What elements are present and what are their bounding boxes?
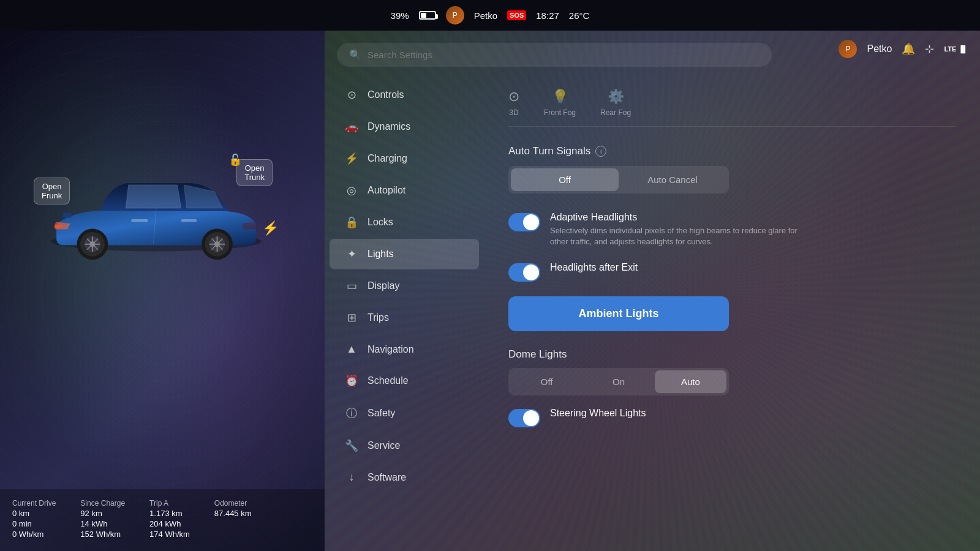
svg-rect-18 [131,219,148,222]
stat-odometer: Odometer 87.445 km [214,499,252,539]
sidebar-item-software[interactable]: ↓ Software [330,462,479,492]
headlights-after-exit-row: Headlights after Exit [508,262,956,282]
search-area: 🔍 [337,43,772,67]
dome-auto[interactable]: Auto [655,370,726,393]
search-icon: 🔍 [349,49,361,61]
autopilot-icon: ◎ [344,184,359,197]
dome-on[interactable]: On [582,370,654,393]
lights-content: ⊙ 3D 💡 Front Fog ⚙️ Rear Fog Auto Turn S… [484,73,980,551]
sidebar-item-display[interactable]: ▭ Display [330,271,479,301]
header-username: Petko [867,43,892,54]
dynamics-icon: 🚗 [344,120,359,133]
sidebar-item-locks[interactable]: 🔒 Locks [330,207,479,238]
navigation-icon: ▲ [344,343,359,356]
lte-signal: LTE ▐▌ [944,45,968,53]
status-avatar: P [446,6,464,24]
right-panel: 🔍 P Petko 🔔 ⊹ LTE ▐▌ ⊙ Controls 🚗 Dynami… [325,31,980,551]
lights-icon: ✦ [344,247,359,261]
3d-icon-item[interactable]: ⊙ 3D [508,89,519,117]
svg-rect-19 [181,219,197,222]
car-display: Open Frunk Open Trunk 🔓 ⚡ [34,122,291,294]
dome-off[interactable]: Off [511,370,582,393]
stat-trip-a: Trip A 1.173 km 204 kWh 174 Wh/km [149,499,190,539]
left-panel: Open Frunk Open Trunk 🔓 ⚡ [0,31,325,551]
auto-turn-signals-control[interactable]: Off Auto Cancel [508,166,729,193]
sidebar-item-navigation[interactable]: ▲ Navigation [330,334,479,364]
header-avatar: P [839,40,857,58]
adaptive-headlights-row: Adaptive Headlights Selectively dims ind… [508,212,956,247]
stat-since-charge: Since Charge 92 km 14 kWh 152 Wh/km [80,499,125,539]
3d-icon: ⊙ [508,89,519,105]
dome-lights-title: Dome Lights [508,348,956,361]
rear-fog-icon: ⚙️ [608,89,624,105]
car-area: Open Frunk Open Trunk 🔓 ⚡ [12,122,312,294]
software-icon: ↓ [344,471,359,484]
sidebar-item-dynamics[interactable]: 🚗 Dynamics [330,111,479,142]
status-bar: 39% P Petko SOS 18:27 26°C [0,0,980,31]
turn-signal-auto-cancel[interactable]: Auto Cancel [619,168,726,191]
bottom-stats: Current Drive 0 km 0 min 0 Wh/km Since C… [0,489,325,551]
battery-icon [419,11,436,20]
turn-signal-off[interactable]: Off [511,168,619,191]
ambient-lights-button[interactable]: Ambient Lights [508,296,729,331]
sidebar-item-charging[interactable]: ⚡ Charging [330,143,479,174]
steering-wheel-lights-row: Steering Wheel Lights [508,408,956,427]
service-icon: 🔧 [344,439,359,452]
car-svg [40,141,273,276]
controls-icon: ⊙ [344,88,359,102]
rear-fog-icon-item[interactable]: ⚙️ Rear Fog [600,89,631,117]
sidebar-item-lights[interactable]: ✦ Lights [330,239,479,269]
dome-lights-control[interactable]: Off On Auto [508,368,729,395]
sidebar-item-autopilot[interactable]: ◎ Autopilot [330,175,479,206]
status-time: 18:27 [536,10,559,21]
headlights-after-exit-toggle[interactable] [508,263,540,282]
settings-content: ⊙ Controls 🚗 Dynamics ⚡ Charging ◎ Autop… [325,73,980,551]
battery-percentage: 39% [391,10,409,21]
sidebar-item-trips[interactable]: ⊞ Trips [330,302,479,333]
schedule-icon: ⏰ [344,374,359,388]
status-username: Petko [474,10,497,21]
sidebar-item-controls[interactable]: ⊙ Controls [330,80,479,110]
front-fog-icon: 💡 [552,89,568,105]
adaptive-headlights-toggle[interactable] [508,213,540,231]
steering-wheel-lights-info: Steering Wheel Lights [550,408,646,421]
status-temperature: 26°C [569,10,590,21]
trips-icon: ⊞ [344,311,359,324]
sidebar-item-safety[interactable]: ⓘ Safety [330,397,479,429]
sos-badge: SOS [507,10,526,20]
stat-current-drive-label: Current Drive 0 km 0 min 0 Wh/km [12,499,56,539]
nav-sidebar: ⊙ Controls 🚗 Dynamics ⚡ Charging ◎ Autop… [325,73,484,551]
sidebar-item-service[interactable]: 🔧 Service [330,430,479,461]
display-icon: ▭ [344,279,359,293]
adaptive-headlights-info: Adaptive Headlights Selectively dims ind… [550,212,807,247]
safety-icon: ⓘ [344,406,359,421]
locks-icon: 🔒 [344,216,359,229]
bluetooth-icon[interactable]: ⊹ [925,42,934,56]
top-right-area: P Petko 🔔 ⊹ LTE ▐▌ [839,40,968,58]
sidebar-item-schedule[interactable]: ⏰ Schedule [330,365,479,396]
notification-icon[interactable]: 🔔 [902,42,915,56]
lights-quick-icons: ⊙ 3D 💡 Front Fog ⚙️ Rear Fog [508,80,956,127]
headlights-after-exit-info: Headlights after Exit [550,262,638,276]
auto-turn-signals-title: Auto Turn Signals i [508,145,956,157]
charging-icon: ⚡ [344,152,359,165]
search-input[interactable] [368,50,760,60]
steering-wheel-lights-toggle[interactable] [508,409,540,427]
svg-rect-20 [63,212,72,217]
front-fog-icon-item[interactable]: 💡 Front Fog [544,89,576,117]
dome-lights-section: Dome Lights Off On Auto [508,348,956,395]
auto-turn-signals-info[interactable]: i [595,146,606,157]
